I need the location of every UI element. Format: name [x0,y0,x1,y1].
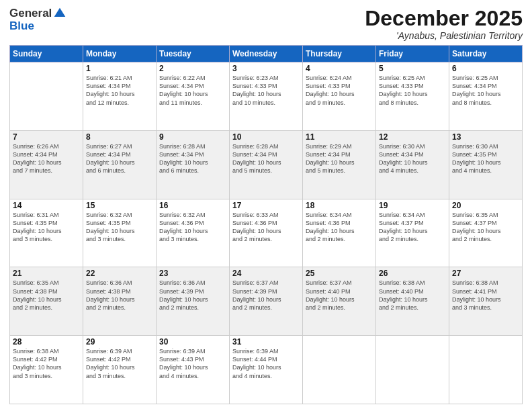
day-info: Sunrise: 6:39 AM Sunset: 4:44 PM Dayligh… [232,347,300,380]
table-row: 30Sunrise: 6:39 AM Sunset: 4:43 PM Dayli… [157,336,230,404]
table-row: 22Sunrise: 6:36 AM Sunset: 4:38 PM Dayli… [83,267,157,336]
day-number: 28 [13,337,80,347]
col-header-thursday: Thursday [303,46,376,62]
day-number: 4 [306,64,373,73]
calendar-week-row: 21Sunrise: 6:35 AM Sunset: 4:38 PM Dayli… [10,267,523,336]
table-row: 16Sunrise: 6:32 AM Sunset: 4:36 PM Dayli… [157,199,230,267]
table-row: 31Sunrise: 6:39 AM Sunset: 4:44 PM Dayli… [230,336,303,404]
day-info: Sunrise: 6:22 AM Sunset: 4:34 PM Dayligh… [159,74,226,107]
day-info: Sunrise: 6:24 AM Sunset: 4:33 PM Dayligh… [306,74,373,107]
table-row: 15Sunrise: 6:32 AM Sunset: 4:35 PM Dayli… [83,199,157,267]
day-info: Sunrise: 6:25 AM Sunset: 4:33 PM Dayligh… [379,74,446,107]
day-info: Sunrise: 6:38 AM Sunset: 4:40 PM Dayligh… [379,279,446,312]
table-row: 8Sunrise: 6:27 AM Sunset: 4:34 PM Daylig… [83,130,157,199]
day-number: 12 [379,132,446,142]
calendar-week-row: 7Sunrise: 6:26 AM Sunset: 4:34 PM Daylig… [10,130,523,199]
table-row: 7Sunrise: 6:26 AM Sunset: 4:34 PM Daylig… [10,130,83,199]
col-header-wednesday: Wednesday [230,46,303,62]
day-info: Sunrise: 6:26 AM Sunset: 4:34 PM Dayligh… [13,142,80,175]
day-number: 13 [452,132,519,142]
location-title: 'Aynabus, Palestinian Territory [365,30,523,41]
table-row: 5Sunrise: 6:25 AM Sunset: 4:33 PM Daylig… [376,62,449,131]
day-info: Sunrise: 6:35 AM Sunset: 4:37 PM Dayligh… [452,211,519,244]
day-info: Sunrise: 6:23 AM Sunset: 4:33 PM Dayligh… [232,74,300,107]
table-row [303,336,376,404]
calendar-header-row: Sunday Monday Tuesday Wednesday Thursday… [10,46,523,62]
table-row: 14Sunrise: 6:31 AM Sunset: 4:35 PM Dayli… [10,199,83,267]
day-info: Sunrise: 6:31 AM Sunset: 4:35 PM Dayligh… [13,211,80,244]
day-info: Sunrise: 6:32 AM Sunset: 4:36 PM Dayligh… [159,211,226,244]
day-info: Sunrise: 6:38 AM Sunset: 4:41 PM Dayligh… [452,279,519,312]
day-info: Sunrise: 6:37 AM Sunset: 4:39 PM Dayligh… [232,279,300,312]
day-number: 9 [159,132,226,142]
day-info: Sunrise: 6:30 AM Sunset: 4:35 PM Dayligh… [452,142,519,175]
table-row: 11Sunrise: 6:29 AM Sunset: 4:34 PM Dayli… [303,130,376,199]
day-number: 15 [86,201,153,210]
day-number: 14 [13,201,80,210]
calendar-week-row: 28Sunrise: 6:38 AM Sunset: 4:42 PM Dayli… [10,336,523,404]
day-number: 3 [232,64,300,73]
day-info: Sunrise: 6:34 AM Sunset: 4:37 PM Dayligh… [379,211,446,244]
col-header-monday: Monday [83,46,157,62]
table-row [376,336,449,404]
day-info: Sunrise: 6:34 AM Sunset: 4:36 PM Dayligh… [306,211,373,244]
table-row: 3Sunrise: 6:23 AM Sunset: 4:33 PM Daylig… [230,62,303,131]
logo: General Blue [9,7,66,33]
logo-blue-text: Blue [9,20,34,33]
day-info: Sunrise: 6:27 AM Sunset: 4:34 PM Dayligh… [86,142,153,175]
day-number: 21 [13,269,80,278]
table-row [10,62,83,131]
day-info: Sunrise: 6:37 AM Sunset: 4:40 PM Dayligh… [306,279,373,312]
day-number: 30 [159,337,226,347]
day-number: 6 [452,64,519,73]
table-row: 6Sunrise: 6:25 AM Sunset: 4:34 PM Daylig… [449,62,523,131]
day-info: Sunrise: 6:39 AM Sunset: 4:42 PM Dayligh… [86,347,153,380]
day-number: 5 [379,64,446,73]
calendar-week-row: 1Sunrise: 6:21 AM Sunset: 4:34 PM Daylig… [10,62,523,131]
table-row: 2Sunrise: 6:22 AM Sunset: 4:34 PM Daylig… [157,62,230,131]
day-number: 7 [13,132,80,142]
day-info: Sunrise: 6:21 AM Sunset: 4:34 PM Dayligh… [86,74,153,107]
day-info: Sunrise: 6:32 AM Sunset: 4:35 PM Dayligh… [86,211,153,244]
day-number: 16 [159,201,226,210]
day-number: 11 [306,132,373,142]
day-number: 2 [159,64,226,73]
day-info: Sunrise: 6:28 AM Sunset: 4:34 PM Dayligh… [159,142,226,175]
day-number: 26 [379,269,446,278]
logo-general-text: General [9,7,52,20]
day-info: Sunrise: 6:30 AM Sunset: 4:34 PM Dayligh… [379,142,446,175]
page: General Blue December 2025 'Aynabus, Pal… [0,0,532,411]
table-row: 12Sunrise: 6:30 AM Sunset: 4:34 PM Dayli… [376,130,449,199]
table-row: 21Sunrise: 6:35 AM Sunset: 4:38 PM Dayli… [10,267,83,336]
day-info: Sunrise: 6:36 AM Sunset: 4:38 PM Dayligh… [86,279,153,312]
table-row: 10Sunrise: 6:28 AM Sunset: 4:34 PM Dayli… [230,130,303,199]
day-number: 8 [86,132,153,142]
table-row: 13Sunrise: 6:30 AM Sunset: 4:35 PM Dayli… [449,130,523,199]
day-number: 10 [232,132,300,142]
day-info: Sunrise: 6:29 AM Sunset: 4:34 PM Dayligh… [306,142,373,175]
calendar-week-row: 14Sunrise: 6:31 AM Sunset: 4:35 PM Dayli… [10,199,523,267]
day-number: 23 [159,269,226,278]
day-number: 18 [306,201,373,210]
day-info: Sunrise: 6:35 AM Sunset: 4:38 PM Dayligh… [13,279,80,312]
table-row: 17Sunrise: 6:33 AM Sunset: 4:36 PM Dayli… [230,199,303,267]
logo-icon [53,7,66,20]
table-row: 4Sunrise: 6:24 AM Sunset: 4:33 PM Daylig… [303,62,376,131]
svg-marker-0 [54,8,66,17]
table-row: 18Sunrise: 6:34 AM Sunset: 4:36 PM Dayli… [303,199,376,267]
table-row: 19Sunrise: 6:34 AM Sunset: 4:37 PM Dayli… [376,199,449,267]
table-row: 23Sunrise: 6:36 AM Sunset: 4:39 PM Dayli… [157,267,230,336]
table-row: 26Sunrise: 6:38 AM Sunset: 4:40 PM Dayli… [376,267,449,336]
day-number: 27 [452,269,519,278]
table-row: 29Sunrise: 6:39 AM Sunset: 4:42 PM Dayli… [83,336,157,404]
day-info: Sunrise: 6:39 AM Sunset: 4:43 PM Dayligh… [159,347,226,380]
table-row: 1Sunrise: 6:21 AM Sunset: 4:34 PM Daylig… [83,62,157,131]
day-info: Sunrise: 6:38 AM Sunset: 4:42 PM Dayligh… [13,347,80,380]
col-header-saturday: Saturday [449,46,523,62]
day-number: 19 [379,201,446,210]
day-info: Sunrise: 6:33 AM Sunset: 4:36 PM Dayligh… [232,211,300,244]
table-row: 9Sunrise: 6:28 AM Sunset: 4:34 PM Daylig… [157,130,230,199]
table-row: 24Sunrise: 6:37 AM Sunset: 4:39 PM Dayli… [230,267,303,336]
day-info: Sunrise: 6:25 AM Sunset: 4:34 PM Dayligh… [452,74,519,107]
day-number: 17 [232,201,300,210]
